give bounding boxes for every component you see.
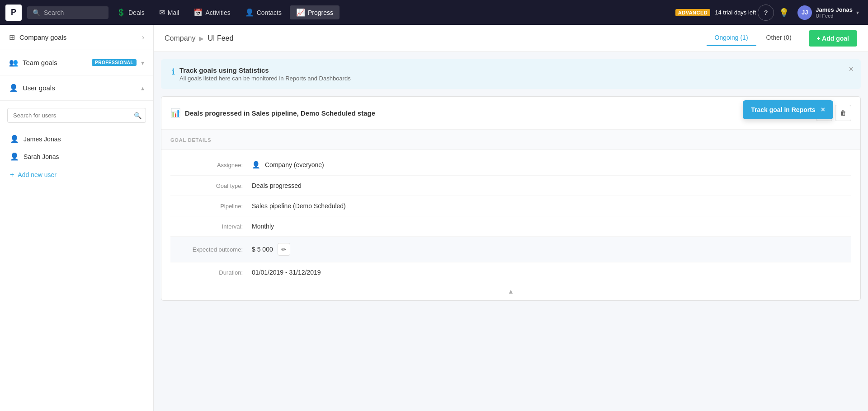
avatar: JJ	[797, 5, 812, 20]
user-menu-chevron: ▾	[856, 9, 859, 16]
team-goals-chevron: ▾	[141, 59, 144, 66]
breadcrumb-separator: ▶	[199, 35, 204, 42]
detail-key-assignee: Assignee:	[170, 162, 252, 168]
breadcrumb: Company ▶ UI Feed	[165, 34, 703, 42]
activities-icon: 📅	[193, 8, 203, 17]
goal-delete-button[interactable]: 🗑	[835, 105, 851, 121]
sidebar: ⊞ Company goals › 👥 Team goals PROFESSIO…	[0, 25, 154, 411]
info-title: Track goals using Statistics	[179, 66, 351, 74]
user-goals-chevron: ▴	[141, 84, 144, 92]
nav-mail[interactable]: ✉ Mail	[153, 5, 186, 19]
breadcrumb-company[interactable]: Company	[165, 34, 195, 42]
team-goals-badge: PROFESSIONAL	[92, 59, 137, 66]
mail-icon: ✉	[159, 8, 165, 17]
app-logo[interactable]: P	[5, 5, 22, 21]
contacts-icon: 👤	[245, 8, 254, 17]
detail-val-pipeline: Sales pipeline (Demo Scheduled)	[252, 202, 346, 210]
track-goal-tooltip: Track goal in Reports ×	[743, 100, 833, 119]
add-user-button[interactable]: + Add new user	[0, 165, 153, 184]
goal-detail-type: Goal type: Deals progressed	[170, 176, 851, 196]
list-item[interactable]: 👤 Sarah Jonas	[5, 148, 149, 165]
topnav: P 🔍 Search 💲 Deals ✉ Mail 📅 Activities 👤…	[0, 0, 868, 25]
detail-key-pipeline: Pipeline:	[170, 203, 252, 210]
user-list: 👤 James Jonas 👤 Sarah Jonas	[0, 130, 153, 165]
global-search[interactable]: 🔍 Search	[27, 6, 108, 19]
info-close-button[interactable]: ×	[849, 65, 854, 74]
goal-card: Track goal in Reports × 📊 Deals progress…	[161, 96, 861, 301]
goal-title: Deals progressed in Sales pipeline, Demo…	[185, 109, 789, 117]
info-subtitle: All goals listed here can be monitored i…	[179, 75, 351, 82]
goal-detail-interval: Interval: Monthly	[170, 216, 851, 237]
goal-collapse-button[interactable]: ▲	[161, 282, 860, 300]
content-tabs: Ongoing (1) Other (0)	[707, 30, 800, 46]
nav-progress[interactable]: 📈 Progress	[290, 5, 340, 19]
progress-icon: 📈	[296, 8, 305, 17]
user-icon: 👤	[10, 135, 19, 143]
detail-val-assignee: 👤 Company (everyone)	[252, 161, 324, 169]
edit-outcome-button[interactable]: ✏	[278, 243, 290, 256]
sidebar-item-company-goals[interactable]: ⊞ Company goals ›	[0, 25, 153, 50]
user-info: James Jonas UI Feed	[816, 6, 853, 19]
goal-detail-outcome: Expected outcome: $ 5 000 ✏	[170, 237, 851, 262]
detail-val-duration: 01/01/2019 - 31/12/2019	[252, 269, 321, 276]
nav-activities[interactable]: 📅 Activities	[187, 5, 236, 19]
breadcrumb-current: UI Feed	[208, 34, 233, 42]
detail-key-duration: Duration:	[170, 269, 252, 276]
plan-badge: ADVANCED	[675, 9, 711, 16]
goal-detail-assignee: Assignee: 👤 Company (everyone)	[170, 154, 851, 176]
user-search[interactable]: 🔍	[7, 108, 146, 123]
detail-key-interval: Interval:	[170, 223, 252, 230]
info-icon: ℹ	[172, 67, 175, 77]
plus-icon: +	[10, 171, 14, 179]
add-goal-button[interactable]: + Add goal	[809, 30, 857, 47]
tab-ongoing[interactable]: Ongoing (1)	[707, 30, 756, 46]
detail-val-interval: Monthly	[252, 223, 274, 230]
info-content: Track goals using Statistics All goals l…	[179, 66, 351, 82]
content-header: Company ▶ UI Feed Ongoing (1) Other (0) …	[154, 25, 868, 52]
nav-deals[interactable]: 💲 Deals	[110, 5, 151, 19]
help-button[interactable]: ?	[758, 5, 774, 21]
search-placeholder: Search	[44, 9, 64, 16]
main-layout: ⊞ Company goals › 👥 Team goals PROFESSIO…	[0, 25, 868, 411]
company-goals-arrow: ›	[142, 33, 144, 42]
goal-type-icon: 📊	[170, 108, 180, 118]
deals-icon: 💲	[117, 8, 126, 17]
list-item[interactable]: 👤 James Jonas	[5, 130, 149, 148]
goal-details-section-header: GOAL DETAILS	[161, 130, 860, 150]
company-goals-icon: ⊞	[9, 33, 15, 42]
search-icon: 🔍	[33, 9, 40, 16]
trial-days: 14 trial days left	[715, 9, 756, 16]
assignee-icon: 👤	[252, 161, 260, 169]
collapse-icon: ▲	[508, 288, 514, 295]
user-menu[interactable]: JJ James Jonas UI Feed ▾	[794, 4, 863, 22]
goal-details-label: GOAL DETAILS	[170, 137, 211, 143]
goal-detail-duration: Duration: 01/01/2019 - 31/12/2019	[170, 262, 851, 282]
info-banner: ℹ Track goals using Statistics All goals…	[161, 59, 861, 89]
user-icon: 👤	[10, 152, 19, 161]
content-area: Company ▶ UI Feed Ongoing (1) Other (0) …	[154, 25, 868, 411]
detail-key-type: Goal type:	[170, 182, 252, 189]
tab-other[interactable]: Other (0)	[758, 30, 800, 46]
delete-icon: 🗑	[840, 109, 846, 117]
goal-details-grid: Assignee: 👤 Company (everyone) Goal type…	[161, 150, 860, 282]
detail-key-outcome: Expected outcome:	[170, 246, 252, 253]
sidebar-item-user-goals[interactable]: 👤 User goals ▴	[0, 75, 153, 101]
detail-val-outcome: $ 5 000 ✏	[252, 243, 290, 256]
detail-val-type: Deals progressed	[252, 182, 302, 189]
track-tooltip-close-button[interactable]: ×	[821, 106, 825, 114]
user-goals-icon: 👤	[9, 84, 18, 92]
track-goal-label[interactable]: Track goal in Reports	[751, 106, 815, 113]
nav-contacts[interactable]: 👤 Contacts	[239, 5, 288, 19]
sidebar-item-team-goals[interactable]: 👥 Team goals PROFESSIONAL ▾	[0, 50, 153, 75]
search-icon[interactable]: 🔍	[134, 112, 142, 119]
search-input[interactable]	[7, 108, 146, 123]
team-goals-icon: 👥	[9, 58, 18, 67]
tips-button[interactable]: 💡	[776, 5, 792, 21]
goal-detail-pipeline: Pipeline: Sales pipeline (Demo Scheduled…	[170, 196, 851, 216]
